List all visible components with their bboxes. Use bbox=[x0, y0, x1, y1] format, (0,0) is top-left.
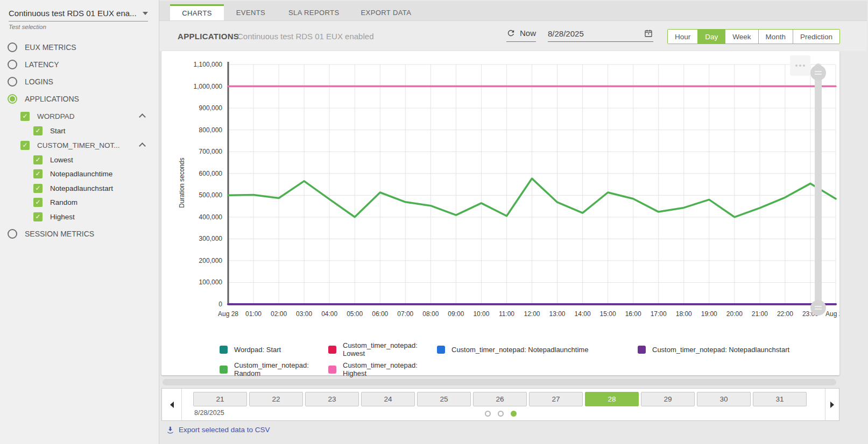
pager-dot-2[interactable] bbox=[498, 411, 504, 417]
sidebar-item-label: WORDPAD bbox=[37, 112, 75, 120]
range-month-button[interactable]: Month bbox=[758, 30, 793, 44]
chart-horizontal-range-track[interactable] bbox=[163, 379, 836, 385]
y-tick-label: 1,000,000 bbox=[194, 83, 223, 90]
day-selector: 2122232425262728293031 8/28/2025 bbox=[161, 388, 839, 421]
radio-icon[interactable] bbox=[8, 77, 17, 87]
radio-icon[interactable] bbox=[8, 42, 17, 52]
export-csv-link[interactable]: Export selected data to CSV bbox=[166, 425, 270, 434]
next-days-button[interactable] bbox=[825, 389, 839, 420]
range-week-button[interactable]: Week bbox=[725, 30, 758, 44]
y-tick-label: 300,000 bbox=[199, 235, 223, 242]
chart-range-handle-top[interactable] bbox=[810, 65, 826, 81]
sidebar-item-wordpad[interactable]: ✓WORDPAD bbox=[0, 110, 159, 123]
test-selector-dropdown[interactable]: Continuous test RDS 01 EUX ena... bbox=[9, 9, 148, 22]
checkbox-checked-icon[interactable]: ✓ bbox=[33, 198, 43, 207]
x-tick-label: 16:00 bbox=[625, 310, 641, 318]
range-hour-button[interactable]: Hour bbox=[668, 30, 697, 44]
day-button-28[interactable]: 28 bbox=[585, 392, 639, 406]
x-tick-label: 08:00 bbox=[422, 310, 439, 318]
chart-vertical-range-track[interactable] bbox=[815, 63, 822, 314]
sidebar-item-logins[interactable]: LOGINS bbox=[0, 75, 159, 88]
x-tick-label: 11:00 bbox=[499, 310, 514, 318]
test-selector: Continuous test RDS 01 EUX ena... Test s… bbox=[0, 1, 159, 30]
now-button[interactable]: Now bbox=[506, 28, 536, 42]
x-tick-label: 21:00 bbox=[752, 310, 768, 318]
legend-swatch bbox=[220, 366, 228, 374]
sidebar-item-random[interactable]: ✓Random bbox=[0, 196, 159, 209]
sidebar-item-applications[interactable]: APPLICATIONS bbox=[0, 92, 159, 105]
sidebar-item-label: Start bbox=[50, 127, 66, 135]
legend-item-custom-timer-notepad-highest[interactable]: Custom_timer_notepad: Highest bbox=[328, 361, 437, 377]
day-button-31[interactable]: 31 bbox=[753, 392, 807, 406]
x-tick-label: 13:00 bbox=[549, 310, 566, 318]
sidebar-item-custom-timer-not[interactable]: ✓CUSTOM_TIMER_NOT... bbox=[0, 139, 159, 152]
export-csv-label: Export selected data to CSV bbox=[179, 426, 270, 434]
collapse-chevron-up-icon[interactable] bbox=[139, 113, 146, 120]
tab-charts[interactable]: CHARTS bbox=[170, 4, 224, 20]
day-button-23[interactable]: 23 bbox=[305, 392, 359, 406]
day-button-29[interactable]: 29 bbox=[641, 392, 695, 406]
day-button-21[interactable]: 21 bbox=[193, 392, 247, 406]
dropdown-caret-icon bbox=[143, 12, 148, 15]
radio-icon[interactable] bbox=[8, 229, 17, 239]
radio-selected-icon[interactable] bbox=[8, 94, 17, 104]
range-prediction-button[interactable]: Prediction bbox=[793, 30, 839, 44]
checkbox-checked-icon[interactable]: ✓ bbox=[20, 141, 30, 150]
day-button-22[interactable]: 22 bbox=[249, 392, 303, 406]
sidebar-item-notepadlaunchstart[interactable]: ✓Notepadlaunchstart bbox=[0, 182, 159, 195]
chart-menu-button[interactable] bbox=[790, 55, 810, 76]
x-tick-label: Aug 28 bbox=[218, 310, 238, 318]
legend-swatch bbox=[638, 346, 646, 354]
legend-item-custom-timer-notepad-notepadlaunchstart[interactable]: Custom_timer_notepad: Notepadlaunchstart bbox=[638, 341, 789, 357]
checkbox-checked-icon[interactable]: ✓ bbox=[33, 169, 43, 178]
applications-chart[interactable]: 0100,000200,000300,000400,000500,000600,… bbox=[161, 51, 839, 325]
checkbox-checked-icon[interactable]: ✓ bbox=[33, 212, 43, 221]
day-button-25[interactable]: 25 bbox=[417, 392, 471, 406]
day-button-26[interactable]: 26 bbox=[473, 392, 527, 406]
date-input[interactable]: 8/28/2025 bbox=[548, 28, 653, 42]
x-tick-label: Aug 29 bbox=[825, 310, 839, 318]
pager-dot-3[interactable] bbox=[511, 411, 517, 417]
sidebar-item-eux-metrics[interactable]: EUX METRICS bbox=[0, 41, 159, 54]
tab-sla-reports[interactable]: SLA REPORTS bbox=[278, 4, 350, 20]
collapse-chevron-up-icon[interactable] bbox=[139, 142, 146, 149]
day-button-30[interactable]: 30 bbox=[697, 392, 751, 406]
sidebar-item-highest[interactable]: ✓Highest bbox=[0, 210, 159, 223]
checkbox-checked-icon[interactable]: ✓ bbox=[33, 184, 43, 193]
sidebar-item-notepadlaunchtime[interactable]: ✓Notepadlaunchtime bbox=[0, 168, 159, 181]
refresh-icon bbox=[506, 28, 516, 38]
sidebar-item-start[interactable]: ✓Start bbox=[0, 124, 159, 137]
legend-item-custom-timer-notepad-lowest[interactable]: Custom_timer_notepad: Lowest bbox=[328, 341, 437, 357]
legend-item-custom-timer-notepad-random[interactable]: Custom_timer_notepad: Random bbox=[220, 361, 328, 377]
checkbox-checked-icon[interactable]: ✓ bbox=[33, 155, 43, 164]
x-tick-label: 17:00 bbox=[651, 310, 667, 318]
radio-icon[interactable] bbox=[8, 60, 17, 69]
prev-days-button[interactable] bbox=[162, 389, 182, 420]
day-button-24[interactable]: 24 bbox=[361, 392, 415, 406]
tab-export-data[interactable]: EXPORT DATA bbox=[350, 4, 422, 20]
section-title: APPLICATIONS bbox=[178, 32, 239, 41]
checkbox-checked-icon[interactable]: ✓ bbox=[33, 126, 43, 135]
checkbox-checked-icon[interactable]: ✓ bbox=[20, 112, 30, 121]
test-selector-value: Continuous test RDS 01 EUX ena... bbox=[9, 9, 137, 18]
x-tick-label: 05:00 bbox=[347, 310, 363, 318]
y-tick-label: 100,000 bbox=[199, 278, 223, 286]
x-tick-label: 04:00 bbox=[321, 310, 337, 318]
sidebar-item-lowest[interactable]: ✓Lowest bbox=[0, 153, 159, 166]
tab-events[interactable]: EVENTS bbox=[224, 4, 278, 20]
range-day-button[interactable]: Day bbox=[697, 30, 725, 44]
legend-label: Custom_timer_notepad: Notepadlaunchtime bbox=[451, 346, 588, 354]
chart-range-handle-bottom[interactable] bbox=[810, 300, 826, 316]
chevron-left-icon bbox=[170, 402, 174, 408]
sidebar-item-session-metrics[interactable]: SESSION METRICS bbox=[0, 227, 159, 240]
pager-dot-1[interactable] bbox=[485, 411, 491, 417]
legend-swatch bbox=[328, 366, 336, 374]
sidebar-item-latency[interactable]: LATENCY bbox=[0, 58, 159, 71]
legend-item-wordpad-start[interactable]: Wordpad: Start bbox=[220, 341, 328, 357]
download-icon bbox=[166, 425, 175, 434]
chevron-right-icon bbox=[830, 402, 834, 408]
day-button-27[interactable]: 27 bbox=[529, 392, 583, 406]
x-tick-label: 10:00 bbox=[473, 310, 489, 318]
calendar-icon bbox=[644, 28, 653, 38]
legend-item-custom-timer-notepad-notepadlaunchtime[interactable]: Custom_timer_notepad: Notepadlaunchtime bbox=[437, 341, 638, 357]
